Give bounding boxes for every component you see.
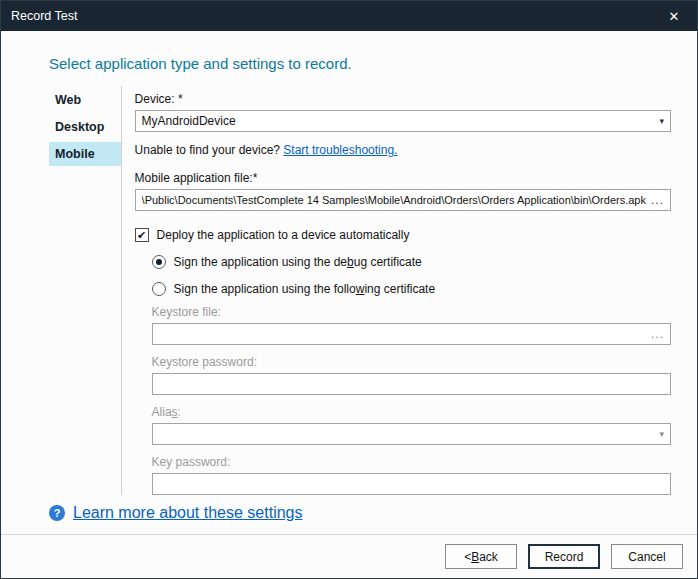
following-certificate-radio-row[interactable]: Sign the application using the following…: [152, 282, 671, 296]
device-label: Device: *: [135, 92, 671, 106]
alias-label: Alias:: [152, 405, 671, 419]
alias-combobox[interactable]: ▾: [152, 423, 671, 445]
hint-text: Unable to find your device?: [135, 143, 284, 157]
troubleshooting-link[interactable]: Start troubleshooting.: [283, 143, 397, 157]
certificate-settings-group: Keystore file: ... Keystore password: Al…: [152, 305, 671, 495]
learn-more-link[interactable]: Learn more about these settings: [73, 504, 302, 522]
key-password-input[interactable]: [152, 473, 671, 495]
following-certificate-radio[interactable]: [152, 282, 166, 296]
sidebar-item-desktop[interactable]: Desktop: [49, 115, 121, 139]
cancel-button[interactable]: Cancel: [611, 544, 683, 569]
help-row: ? Learn more about these settings: [49, 504, 302, 522]
window-title: Record Test: [11, 9, 77, 23]
keystore-file-input[interactable]: ...: [152, 323, 671, 345]
main-panel: Web Desktop Mobile Device: * MyAndroidDe…: [49, 86, 671, 495]
debug-certificate-radio-row[interactable]: Sign the application using the debug cer…: [152, 255, 671, 269]
device-value: MyAndroidDevice: [142, 114, 654, 128]
keystore-password-input[interactable]: [152, 373, 671, 395]
chevron-down-icon[interactable]: ▾: [659, 429, 664, 439]
mobile-file-value: \Public\Documents\TestComplete 14 Sample…: [142, 194, 646, 206]
debug-certificate-radio[interactable]: [152, 255, 166, 269]
deploy-checkbox-row[interactable]: ✔ Deploy the application to a device aut…: [135, 228, 671, 242]
device-hint: Unable to find your device? Start troubl…: [135, 143, 671, 157]
deploy-checkbox-label: Deploy the application to a device autom…: [157, 228, 410, 242]
browse-button[interactable]: ...: [651, 193, 664, 207]
dialog-heading: Select application type and settings to …: [49, 55, 697, 72]
deploy-checkbox[interactable]: ✔: [135, 228, 149, 242]
settings-form: Device: * MyAndroidDevice ▾ Unable to fi…: [122, 86, 671, 495]
debug-certificate-label: Sign the application using the debug cer…: [174, 255, 422, 269]
chevron-down-icon[interactable]: ▾: [659, 116, 664, 126]
device-combobox[interactable]: MyAndroidDevice ▾: [135, 110, 671, 132]
help-icon: ?: [49, 505, 65, 521]
sidebar-item-mobile[interactable]: Mobile: [49, 142, 121, 166]
mobile-file-label: Mobile application file:*: [135, 171, 671, 185]
sidebar-item-web[interactable]: Web: [49, 88, 121, 112]
title-bar: Record Test ✕: [1, 1, 697, 31]
check-icon: ✔: [137, 230, 146, 241]
following-certificate-label: Sign the application using the following…: [174, 282, 436, 296]
keystore-file-label: Keystore file:: [152, 305, 671, 319]
key-password-label: Key password:: [152, 455, 671, 469]
close-button[interactable]: ✕: [651, 1, 697, 31]
close-icon: ✕: [669, 9, 680, 24]
back-button[interactable]: < Back: [445, 544, 517, 569]
record-button[interactable]: Record: [528, 544, 600, 569]
bottom-button-bar: < Back Record Cancel: [1, 534, 697, 578]
mobile-file-input[interactable]: \Public\Documents\TestComplete 14 Sample…: [135, 189, 671, 211]
keystore-password-label: Keystore password:: [152, 355, 671, 369]
app-type-list: Web Desktop Mobile: [49, 86, 122, 495]
keystore-browse-button[interactable]: ...: [651, 327, 664, 341]
record-test-dialog: Record Test ✕ Select application type an…: [0, 0, 698, 579]
